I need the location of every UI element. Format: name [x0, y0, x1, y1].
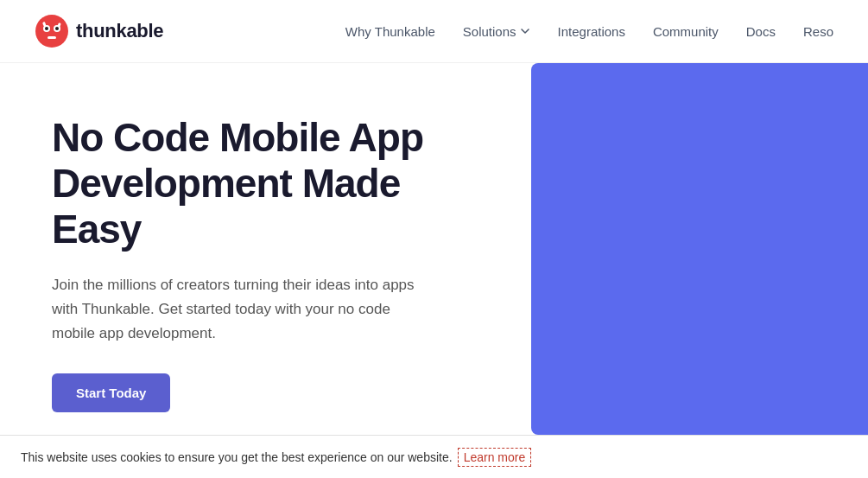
svg-point-4	[55, 27, 59, 30]
logo-text: thunkable	[76, 20, 163, 42]
cookie-banner: This website uses cookies to ensure you …	[0, 435, 868, 478]
cookie-text: This website uses cookies to ensure you …	[21, 450, 453, 464]
hero-blue-graphic	[531, 63, 868, 435]
hero-subtitle: Join the millions of creators turning th…	[52, 273, 423, 346]
nav-solutions[interactable]: Solutions	[463, 24, 530, 39]
thunkable-logo-icon	[35, 14, 69, 48]
nav-why-thunkable[interactable]: Why Thunkable	[345, 24, 435, 39]
nav-integrations[interactable]: Integrations	[558, 24, 625, 39]
start-today-button[interactable]: Start Today	[52, 373, 170, 412]
svg-rect-5	[48, 36, 56, 39]
main-nav: Why Thunkable Solutions Integrations Com…	[345, 24, 833, 39]
nav-community[interactable]: Community	[653, 24, 719, 39]
hero-title: No Code Mobile App Development Made Easy	[52, 115, 443, 252]
logo-area[interactable]: thunkable	[35, 14, 163, 48]
nav-docs[interactable]: Docs	[746, 24, 776, 39]
svg-point-0	[35, 15, 68, 48]
hero-left: No Code Mobile App Development Made Easy…	[0, 63, 478, 435]
site-header: thunkable Why Thunkable Solutions Integr…	[0, 0, 868, 63]
learn-more-link[interactable]: Learn more	[458, 448, 532, 467]
nav-reso[interactable]: Reso	[803, 24, 833, 39]
hero-right	[478, 63, 868, 435]
hero-section: No Code Mobile App Development Made Easy…	[0, 63, 868, 435]
svg-point-3	[45, 27, 48, 30]
chevron-down-icon	[520, 26, 530, 36]
